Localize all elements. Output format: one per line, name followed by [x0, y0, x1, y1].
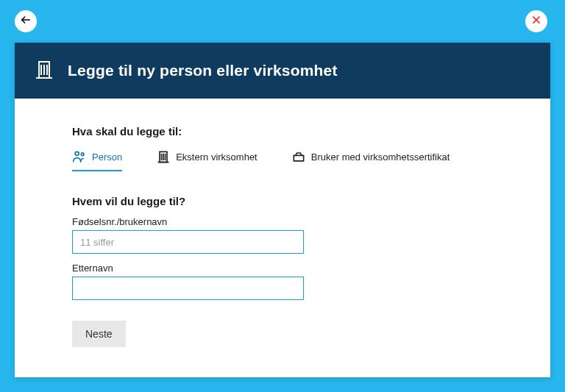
fnr-input[interactable] [72, 230, 304, 254]
svg-point-9 [81, 153, 84, 156]
type-tabs: Person Ekstern virksomhet Bruker med vir… [72, 149, 493, 170]
tab-label: Bruker med virksomhetssertifikat [311, 152, 450, 163]
close-icon [531, 15, 541, 28]
people-icon [72, 149, 87, 164]
tab-ekstern-virksomhet[interactable]: Ekstern virksomhet [156, 149, 257, 170]
arrow-left-icon [20, 14, 32, 29]
dialog-header: Legge til ny person eller virksomhet [15, 43, 550, 99]
add-entity-dialog: Legge til ny person eller virksomhet Hva… [15, 43, 550, 377]
tab-person[interactable]: Person [72, 149, 122, 170]
dialog-body: Hva skal du legge til: Person Ekstern vi… [15, 99, 550, 366]
tab-bruker-sertifikat[interactable]: Bruker med virksomhetssertifikat [291, 149, 450, 170]
svg-point-8 [75, 152, 79, 155]
building-small-icon [156, 149, 171, 164]
field-label-etternavn: Etternavn [72, 263, 493, 274]
back-button[interactable] [15, 10, 37, 32]
tab-label: Ekstern virksomhet [176, 152, 257, 163]
certificate-device-icon [291, 149, 306, 164]
type-section-label: Hva skal du legge til: [72, 125, 493, 138]
etternavn-input[interactable] [72, 277, 304, 300]
next-button[interactable]: Neste [72, 321, 126, 347]
form-heading: Hvem vil du legge til? [72, 195, 493, 207]
field-label-fnr: Fødselsnr./brukernavn [72, 216, 493, 227]
close-button[interactable] [525, 10, 547, 32]
dialog-title: Legge til ny person eller virksomhet [68, 62, 338, 79]
tab-label: Person [92, 152, 122, 163]
building-icon [32, 57, 56, 84]
